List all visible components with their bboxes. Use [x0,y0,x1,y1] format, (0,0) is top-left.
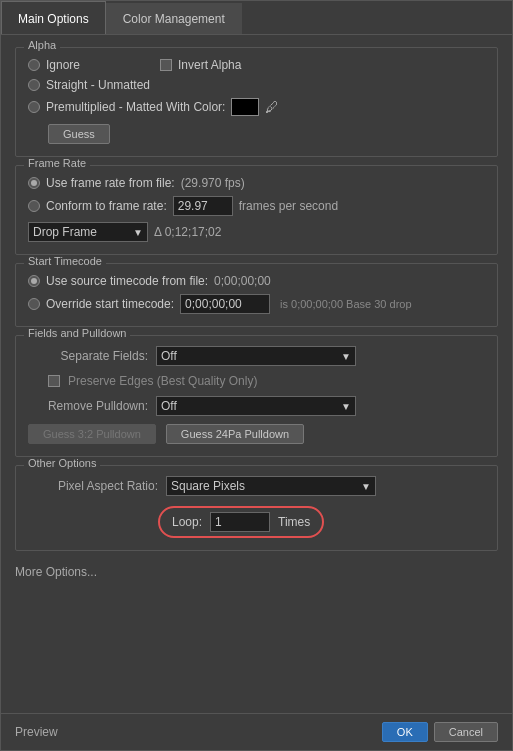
eyedropper-icon[interactable]: 🖊 [265,99,279,115]
dialog-container: Main Options Color Management Alpha Igno… [0,0,513,751]
guess-32-button[interactable]: Guess 3:2 Pulldown [28,424,156,444]
ignore-label: Ignore [46,58,80,72]
override-tc-radio[interactable] [28,298,40,310]
cancel-button[interactable]: Cancel [434,722,498,742]
delta-value: Δ 0;12;17;02 [154,225,221,239]
invert-alpha-label: Invert Alpha [178,58,241,72]
more-options-row: More Options... [15,559,498,581]
start-timecode-section: Start Timecode Use source timecode from … [15,263,498,327]
loop-unit-label: Times [278,515,310,529]
invert-alpha-checkbox[interactable] [160,59,172,71]
use-source-tc-label: Use source timecode from file: [46,274,208,288]
start-timecode-title: Start Timecode [24,255,106,267]
alpha-title: Alpha [24,39,60,51]
separate-fields-dropdown[interactable]: Off ▼ [156,346,356,366]
frame-rate-title: Frame Rate [24,157,90,169]
other-options-title: Other Options [24,457,100,469]
conform-value-input[interactable] [173,196,233,216]
tab-color-management[interactable]: Color Management [106,3,242,34]
remove-pulldown-dropdown[interactable]: Off ▼ [156,396,356,416]
pixel-aspect-arrow-icon: ▼ [361,481,371,492]
premultiplied-label: Premultiplied - Matted With Color: [46,100,225,114]
pixel-aspect-dropdown[interactable]: Square Pixels ▼ [166,476,376,496]
fields-pulldown-section: Fields and Pulldown Separate Fields: Off… [15,335,498,457]
straight-unmatted-radio[interactable] [28,79,40,91]
alpha-section: Alpha Ignore Invert Alpha Straight - Unm… [15,47,498,157]
override-tc-label: Override start timecode: [46,297,174,311]
use-source-tc-radio[interactable] [28,275,40,287]
other-options-section: Other Options Pixel Aspect Ratio: Square… [15,465,498,551]
pixel-aspect-label: Pixel Aspect Ratio: [28,479,158,493]
separate-fields-arrow-icon: ▼ [341,351,351,362]
remove-pulldown-label: Remove Pulldown: [28,399,148,413]
straight-unmatted-label: Straight - Unmatted [46,78,150,92]
fps-value: (29.970 fps) [181,176,245,190]
loop-highlight: Loop: Times [158,506,324,538]
bottom-bar: Preview OK Cancel [1,713,512,750]
premultiplied-radio[interactable] [28,101,40,113]
use-from-file-label: Use frame rate from file: [46,176,175,190]
source-tc-value: 0;00;00;00 [214,274,271,288]
ok-button[interactable]: OK [382,722,428,742]
override-tc-input[interactable] [180,294,270,314]
guess-24pa-button[interactable]: Guess 24Pa Pulldown [166,424,304,444]
conform-radio[interactable] [28,200,40,212]
preview-label: Preview [15,725,376,739]
ignore-radio[interactable] [28,59,40,71]
drop-frame-dropdown[interactable]: Drop Frame ▼ [28,222,148,242]
dropdown-arrow-icon: ▼ [133,227,143,238]
tab-bar: Main Options Color Management [1,1,512,35]
separate-fields-label: Separate Fields: [28,349,148,363]
loop-label: Loop: [172,515,202,529]
remove-pulldown-arrow-icon: ▼ [341,401,351,412]
override-tc-note: is 0;00;00;00 Base 30 drop [280,298,411,310]
matte-color-swatch[interactable] [231,98,259,116]
use-from-file-radio[interactable] [28,177,40,189]
frame-rate-section: Frame Rate Use frame rate from file: (29… [15,165,498,255]
frames-per-second-label: frames per second [239,199,338,213]
more-options-link[interactable]: More Options... [15,565,97,579]
guess-button[interactable]: Guess [48,124,110,144]
loop-value-input[interactable] [210,512,270,532]
tab-main-options[interactable]: Main Options [1,1,106,34]
preserve-edges-checkbox[interactable] [48,375,60,387]
conform-label: Conform to frame rate: [46,199,167,213]
fields-pulldown-title: Fields and Pulldown [24,327,130,339]
main-content: Alpha Ignore Invert Alpha Straight - Unm… [1,35,512,713]
preserve-edges-label: Preserve Edges (Best Quality Only) [68,374,257,388]
